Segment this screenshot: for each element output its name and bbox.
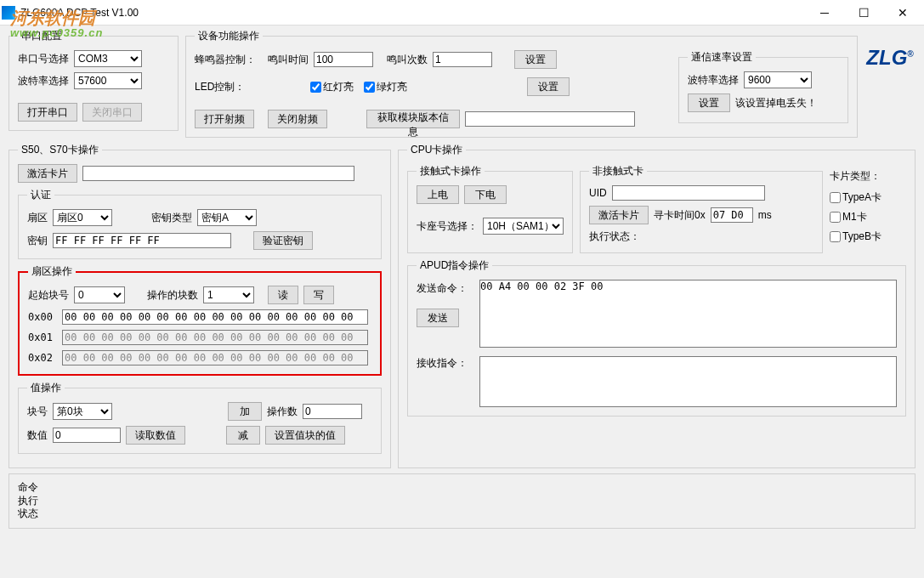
rate-set-button[interactable]: 设置 xyxy=(688,94,730,112)
typeb-checkbox-label[interactable]: TypeB卡 xyxy=(830,230,881,244)
block-data-2 xyxy=(62,350,368,366)
power-on-button[interactable]: 上电 xyxy=(417,185,459,204)
apdu-group: APUD指令操作 发送命令： 发送 接收指令： xyxy=(407,258,906,416)
seek-time-input[interactable] xyxy=(711,207,753,223)
red-led-checkbox[interactable] xyxy=(310,82,321,93)
power-off-button[interactable]: 下电 xyxy=(464,185,507,204)
op-count-input[interactable] xyxy=(303,404,362,419)
set-value-button[interactable]: 设置值块的值 xyxy=(265,426,345,445)
rate-baud-label: 波特率选择 xyxy=(688,73,739,88)
port-label: 串口号选择 xyxy=(18,52,69,66)
op-count-label: 操作数 xyxy=(267,405,298,419)
red-led-checkbox-label[interactable]: 红灯亮 xyxy=(310,80,354,94)
ms-label: ms xyxy=(758,209,772,221)
logo-area: ZLG® xyxy=(864,29,915,143)
value-block-label: 块号 xyxy=(27,405,48,419)
key-input[interactable] xyxy=(53,233,231,248)
s50-legend: S50、S70卡操作 xyxy=(18,143,102,157)
block-addr-0: 0x00 xyxy=(28,311,57,323)
typea-checkbox-label[interactable]: TypeA卡 xyxy=(830,190,881,205)
close-serial-button[interactable]: 关闭串口 xyxy=(82,103,142,122)
m1-checkbox-label[interactable]: M1卡 xyxy=(830,210,867,224)
send-button[interactable]: 发送 xyxy=(417,309,459,327)
sector-ops-group: 扇区操作 起始块号 0 操作的块数 1 读 写 0x00 0x01 xyxy=(18,264,382,376)
read-button[interactable]: 读 xyxy=(268,286,298,304)
activate-contactless-button[interactable]: 激活卡片 xyxy=(589,206,649,224)
block-data-1 xyxy=(62,330,368,345)
verify-key-button[interactable]: 验证密钥 xyxy=(253,231,313,250)
minimize-button[interactable]: ─ xyxy=(805,0,844,26)
start-block-select[interactable]: 0 xyxy=(74,286,125,303)
recv-cmd-label: 接收指令： xyxy=(417,356,473,371)
version-output[interactable] xyxy=(465,111,635,127)
write-button[interactable]: 写 xyxy=(303,286,334,304)
serial-config-legend: 串口配置 xyxy=(18,29,65,43)
sector-ops-legend: 扇区操作 xyxy=(28,264,76,279)
typea-checkbox[interactable] xyxy=(830,192,841,203)
contact-legend: 接触式卡操作 xyxy=(417,164,485,178)
status-label: 命令 执行 状态 xyxy=(18,481,38,521)
buzz-time-label: 鸣叫时间 xyxy=(268,53,309,67)
uid-output[interactable] xyxy=(612,185,765,201)
sector-select[interactable]: 扇区0 xyxy=(53,209,112,226)
close-button[interactable]: ✕ xyxy=(883,0,922,26)
read-value-button[interactable]: 读取数值 xyxy=(126,426,185,445)
slot-label: 卡座号选择： xyxy=(417,219,478,234)
sub-button[interactable]: 减 xyxy=(226,426,260,445)
block-count-select[interactable]: 1 xyxy=(203,286,254,303)
cpu-card-group: CPU卡操作 接触式卡操作 上电 下电 卡座号选择： 10H（SAM1） 非接触… xyxy=(398,143,915,468)
device-ops-legend: 设备功能操作 xyxy=(195,29,263,43)
rf-on-button[interactable]: 打开射频 xyxy=(195,110,254,128)
card-type-label: 卡片类型： xyxy=(830,169,906,184)
buzz-time-input[interactable] xyxy=(314,52,373,67)
buzzer-label: 蜂鸣器控制： xyxy=(195,53,263,67)
activate-card-button[interactable]: 激活卡片 xyxy=(18,164,77,183)
send-cmd-label: 发送命令： xyxy=(417,280,473,297)
led-label: LED控制： xyxy=(195,80,263,94)
value-ops-legend: 值操作 xyxy=(27,381,65,395)
comm-rate-legend: 通信速率设置 xyxy=(688,50,756,65)
green-led-checkbox-label[interactable]: 绿灯亮 xyxy=(364,80,407,94)
comm-rate-group: 通信速率设置 波特率选择 9600 设置 该设置掉电丢失！ xyxy=(678,50,848,123)
app-icon xyxy=(2,6,15,20)
value-block-select[interactable]: 第0块 xyxy=(53,403,112,420)
keytype-select[interactable]: 密钥A xyxy=(197,209,257,226)
open-serial-button[interactable]: 打开串口 xyxy=(18,103,77,122)
rf-off-button[interactable]: 关闭射频 xyxy=(268,110,327,128)
block-addr-2: 0x02 xyxy=(28,352,57,364)
contactless-card-group: 非接触式卡 UID 激活卡片 寻卡时间0x ms 执行状态： xyxy=(580,164,823,253)
recv-cmd-output[interactable] xyxy=(479,356,897,407)
get-version-button[interactable]: 获取模块版本信息 xyxy=(366,110,460,128)
auth-group: 认证 扇区 扇区0 密钥类型 密钥A 密钥 验证密钥 xyxy=(18,188,382,259)
buzz-count-label: 鸣叫次数 xyxy=(387,53,428,67)
buzz-count-input[interactable] xyxy=(433,52,492,67)
green-led-checkbox[interactable] xyxy=(364,82,375,93)
card-type-group: 卡片类型： TypeA卡 M1卡 TypeB卡 xyxy=(830,164,906,258)
window-title: ZLG600A DCP Test V1.00 xyxy=(20,7,805,19)
value-input[interactable] xyxy=(53,428,121,443)
maximize-button[interactable]: ☐ xyxy=(844,0,883,26)
auth-legend: 认证 xyxy=(27,188,54,202)
baud-select[interactable]: 57600 xyxy=(74,72,142,89)
key-label: 密钥 xyxy=(27,234,48,248)
apdu-legend: APUD指令操作 xyxy=(417,258,492,273)
exec-status-label: 执行状态： xyxy=(589,230,640,244)
activate-card-output[interactable] xyxy=(82,166,354,181)
status-area: 命令 执行 状态 xyxy=(9,473,915,529)
typeb-checkbox[interactable] xyxy=(830,231,841,242)
uid-label: UID xyxy=(589,187,607,199)
slot-select[interactable]: 10H（SAM1） xyxy=(483,218,564,235)
rate-baud-select[interactable]: 9600 xyxy=(744,71,812,88)
m1-checkbox[interactable] xyxy=(830,212,841,223)
zlg-logo: ZLG® xyxy=(866,46,913,70)
block-data-0[interactable] xyxy=(62,309,368,325)
port-select[interactable]: COM3 xyxy=(74,50,142,67)
seek-time-label: 寻卡时间0x xyxy=(654,208,706,223)
send-cmd-input[interactable] xyxy=(479,280,897,348)
start-block-label: 起始块号 xyxy=(28,288,69,303)
led-set-button[interactable]: 设置 xyxy=(527,77,570,96)
block-count-label: 操作的块数 xyxy=(147,288,198,303)
serial-config-group: 串口配置 串口号选择 COM3 波特率选择 57600 打开串口 关闭串口 xyxy=(9,29,179,131)
add-button[interactable]: 加 xyxy=(228,402,262,421)
buzzer-set-button[interactable]: 设置 xyxy=(514,50,557,69)
